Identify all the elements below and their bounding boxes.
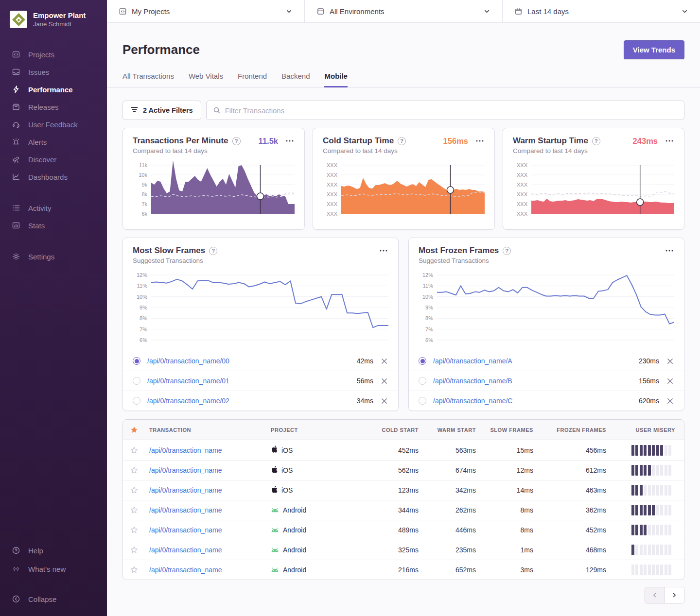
transaction-link[interactable]: /api/0/transaction_name [149,466,222,474]
user-feedback-icon [11,120,21,129]
ellipsis-menu-button[interactable] [475,139,485,143]
tab-frontend[interactable]: Frontend [238,72,267,87]
transaction-link[interactable]: /api/0/transaction_name/02 [147,397,357,405]
daterange-selector[interactable]: Last 14 days [503,0,700,22]
search-input[interactable] [225,106,678,115]
close-icon[interactable] [380,377,388,385]
sidebar-item-releases[interactable]: Releases [0,98,107,116]
sidebar-item-projects[interactable]: Projects [0,46,107,63]
tab-web-vitals[interactable]: Web Vitals [189,72,223,87]
sidebar-item-dashboards[interactable]: Dashboards [0,168,107,186]
apple-icon [271,486,278,495]
ellipsis-menu-button[interactable] [285,139,295,143]
broadcast-icon [11,564,21,574]
sidebar-item-performance[interactable]: Performance [0,81,107,98]
cold-start-chart[interactable] [341,160,485,218]
help-icon[interactable]: ? [398,137,406,145]
tpm-chart[interactable] [151,160,295,218]
sidebar-item-discover[interactable]: Discover [0,151,107,168]
column-header[interactable]: TRANSACTION [145,427,267,433]
transaction-link[interactable]: /api/0/transaction_name/01 [147,377,357,385]
view-trends-button[interactable]: View Trends [624,40,684,59]
sidebar-item-settings[interactable]: Settings [0,248,107,265]
help-icon[interactable]: ? [503,247,511,255]
close-icon[interactable] [666,357,674,365]
radio-button[interactable] [419,377,426,385]
help-icon[interactable]: ? [232,137,241,145]
discover-icon [11,154,21,164]
list-item: /api/0/transaction_name/A 230ms [409,351,684,371]
column-header[interactable]: PROJECT [267,427,370,433]
user-misery-bars [619,525,680,535]
transaction-link[interactable]: /api/0/transaction_name [149,546,222,554]
close-icon[interactable] [380,397,388,405]
star-icon[interactable] [123,426,145,434]
main-area: My Projects All Environments Last 14 day… [107,0,700,616]
column-header[interactable]: COLD START [370,427,427,433]
slow-frames-value: 8ms [521,506,533,514]
org-switcher[interactable]: Empower Plant Jane Schmidt [0,0,107,33]
transaction-link[interactable]: /api/0/transaction_name [149,566,222,574]
cold-start-value: 452ms [398,446,419,454]
column-header[interactable]: SLOW FRAMES [485,427,542,433]
column-header[interactable]: USER MISERY [615,427,684,433]
transaction-link[interactable]: /api/0/transaction_name [149,446,222,454]
project-selector[interactable]: My Projects [107,0,305,22]
star-icon[interactable] [129,465,139,475]
ellipsis-menu-button[interactable] [665,139,674,143]
transaction-link[interactable]: /api/0/transaction_name [149,526,222,534]
transaction-link[interactable]: /api/0/transaction_name/C [433,397,639,405]
star-icon[interactable] [129,445,139,455]
close-icon[interactable] [380,357,388,365]
frozen-frames-value: 468ms [586,546,606,554]
radio-button[interactable] [133,377,140,385]
sidebar-item-help[interactable]: Help [0,541,107,560]
close-icon[interactable] [666,397,674,405]
sidebar-item-activity[interactable]: Activity [0,199,107,217]
transaction-link[interactable]: /api/0/transaction_name [149,506,222,514]
column-header[interactable]: FROZEN FRAMES [542,427,615,433]
warm-start-value: 563ms [455,446,476,454]
apple-icon [271,445,278,455]
sidebar-item-alerts[interactable]: Alerts [0,133,107,151]
star-icon[interactable] [129,545,139,555]
warm-start-value: 235ms [455,546,476,554]
frozen-frames-chart[interactable] [437,270,674,344]
star-icon[interactable] [129,505,139,515]
star-icon[interactable] [129,525,139,535]
sidebar-item-user-feedback[interactable]: User Feedback [0,116,107,133]
close-icon[interactable] [666,377,674,385]
slow-frames-chart[interactable] [151,270,388,344]
column-header[interactable]: WARM START [427,427,485,433]
sidebar-collapse-button[interactable]: Collapse [0,590,107,608]
tab-all-transactions[interactable]: All Transactions [122,72,174,87]
tab-backend[interactable]: Backend [281,72,310,87]
previous-page-button[interactable] [645,587,665,603]
ellipsis-menu-button[interactable] [665,249,674,253]
transaction-link[interactable]: /api/0/transaction_name/A [433,357,639,365]
radio-button[interactable] [133,357,140,365]
transaction-link[interactable]: /api/0/transaction_name/B [433,377,639,385]
environment-selector[interactable]: All Environments [305,0,503,22]
tab-mobile[interactable]: Mobile [324,72,348,87]
transaction-link[interactable]: /api/0/transaction_name/00 [147,357,357,365]
radio-button[interactable] [133,397,140,405]
star-icon[interactable] [129,485,139,495]
y-axis-labels: XXXXXXXXXXXXXXXXXX [323,160,338,218]
star-icon[interactable] [129,565,139,575]
sidebar-item-stats[interactable]: Stats [0,217,107,234]
help-icon[interactable]: ? [209,247,217,255]
radio-button[interactable] [419,357,426,365]
radio-button[interactable] [419,397,426,405]
sidebar-item-whats-new[interactable]: What’s new [0,560,107,578]
transaction-link[interactable]: /api/0/transaction_name [149,486,222,494]
card-title: Most Slow Frames [133,246,205,256]
ellipsis-menu-button[interactable] [379,249,388,253]
warm-start-chart[interactable] [531,160,674,218]
active-filters-button[interactable]: 2 Active Filters [122,101,201,120]
sidebar-item-issues[interactable]: Issues [0,63,107,81]
android-icon [271,566,279,574]
next-page-button[interactable] [665,587,684,603]
stats-icon [11,221,21,230]
help-icon[interactable]: ? [592,137,600,145]
